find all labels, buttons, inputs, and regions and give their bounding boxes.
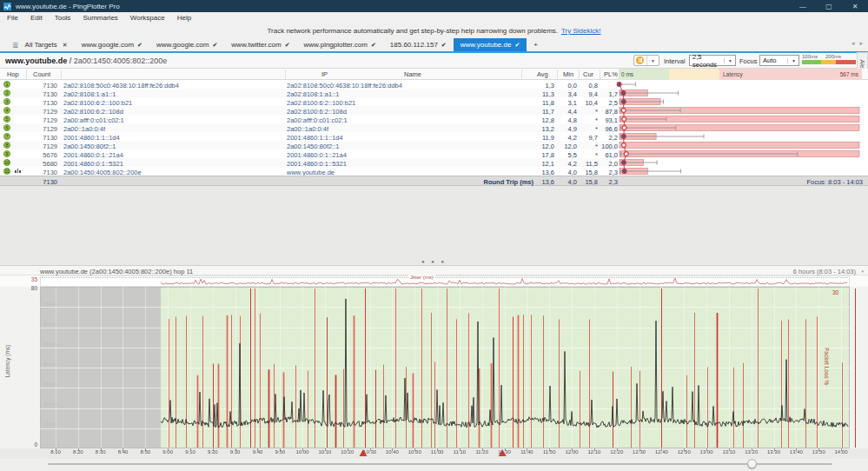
- timeline-scrollbar-handle[interactable]: [747, 459, 757, 468]
- x-tick-label: 10:40: [381, 449, 403, 454]
- x-tick-label: 9:00: [156, 449, 179, 454]
- col-avg[interactable]: Avg: [537, 70, 548, 78]
- x-tick-label: 13:20: [740, 449, 763, 454]
- promo-banner: Track network performance automatically …: [0, 23, 868, 38]
- add-target-button[interactable]: +: [527, 38, 545, 51]
- app-icon: [3, 3, 11, 10]
- col-name[interactable]: Name: [404, 70, 421, 78]
- timeline-canvas: [0, 274, 868, 459]
- col-min[interactable]: Min: [563, 70, 573, 78]
- menu-item-workspace[interactable]: Workspace: [130, 14, 165, 22]
- target-ip: 2a00:1450:4005:802::200e: [74, 56, 168, 65]
- pause-button-group[interactable]: ▼: [633, 55, 659, 66]
- scale-label-200ms: 200ms: [820, 54, 846, 59]
- focus-range-label: Focus: 8:03 - 14:03: [806, 178, 863, 186]
- timeline-scroll-zone: [0, 459, 868, 471]
- target-host: www.youtube.de: [5, 56, 67, 65]
- tab-target-0[interactable]: www.google.com✔: [75, 38, 149, 51]
- tab-all-targets[interactable]: ≣All Targets✕: [5, 38, 75, 51]
- x-tick-label: 9:40: [246, 449, 268, 454]
- tab-target-3[interactable]: www.pingplotter.com✔: [297, 38, 383, 51]
- menu-item-tools[interactable]: Tools: [55, 14, 71, 22]
- target-tab-bar: ≣All Targets✕www.google.com✔www.google.c…: [0, 38, 868, 51]
- chevron-down-icon: ▼: [787, 58, 796, 63]
- check-icon: ✔: [212, 42, 217, 49]
- interval-select[interactable]: 2,5 seconds▼: [689, 55, 736, 66]
- x-tick-label: 12:10: [583, 449, 606, 454]
- round-trip-count: 7130: [26, 178, 57, 186]
- x-tick-label: 8:30: [89, 449, 112, 454]
- tab-label: www.youtube.de: [461, 41, 512, 49]
- col-hop[interactable]: Hop: [7, 70, 19, 78]
- x-tick-label: 11:20: [471, 449, 494, 454]
- tab-label: All Targets: [25, 41, 57, 49]
- close-button[interactable]: ✕: [842, 0, 868, 12]
- x-tick-label: 12:20: [606, 449, 628, 454]
- x-tick-label: 8:40: [111, 449, 134, 454]
- round-trip-row: 7130 Round Trip (ms) 13,6 4,0 15,8 2,3 F…: [0, 176, 868, 186]
- maximize-button[interactable]: ▢: [816, 0, 842, 12]
- x-tick-label: 11:30: [494, 449, 516, 454]
- x-tick-label: 13:00: [695, 449, 718, 454]
- x-tick-label: 11:00: [426, 449, 448, 454]
- window-title: www.youtube.de - PingPlotter Pro: [16, 3, 120, 10]
- hop-latency-graph: [0, 80, 868, 176]
- x-tick-label: 11:40: [515, 449, 538, 454]
- tab-target-1[interactable]: www.google.com✔: [149, 38, 224, 51]
- latency-min-label: 0 ms: [621, 71, 633, 77]
- col-pl[interactable]: PL%: [604, 70, 618, 78]
- x-tick-label: 8:50: [134, 449, 156, 454]
- col-ip[interactable]: IP: [321, 70, 328, 78]
- tab-target-2[interactable]: www.twitter.com✔: [224, 38, 296, 51]
- x-tick-label: 11:10: [448, 449, 471, 454]
- x-tick-label: 14:00: [830, 449, 852, 454]
- tab-label: www.pingplotter.com: [304, 41, 368, 49]
- latency-scale-bar: [802, 60, 856, 64]
- x-tick-label: 8:10: [44, 449, 67, 454]
- check-icon: ✔: [285, 42, 290, 49]
- x-tick-label: 13:30: [763, 449, 785, 454]
- timeline-scrollbar-track[interactable]: [48, 463, 832, 465]
- tab-scroll-arrows[interactable]: ◂ ▸: [851, 40, 865, 47]
- minimize-button[interactable]: —: [790, 0, 816, 12]
- scale-label-100ms: 100ms: [797, 54, 823, 59]
- tab-label: www.google.com: [156, 41, 209, 49]
- x-axis: 8:108:208:308:408:509:009:109:209:309:40…: [0, 449, 868, 458]
- col-count[interactable]: Count: [33, 70, 50, 78]
- round-trip-pl: 2,3: [600, 178, 618, 186]
- tab-label: www.twitter.com: [231, 41, 281, 49]
- latency-column-header: 0 ms Latency 567 ms: [619, 69, 862, 80]
- round-trip-min: 4,0: [558, 178, 577, 186]
- focus-select[interactable]: Auto▼: [759, 55, 799, 66]
- close-icon[interactable]: ✕: [63, 42, 68, 49]
- round-trip-label: Round Trip (ms): [434, 178, 533, 186]
- x-tick-label: 12:30: [628, 449, 651, 454]
- latency-max-label: 567 ms: [840, 71, 858, 77]
- x-tick-label: 12:50: [673, 449, 695, 454]
- tab-target-5[interactable]: www.youtube.de✔: [454, 38, 527, 51]
- banner-text: Track network performance automatically …: [267, 27, 558, 35]
- try-sidekick-link[interactable]: Try Sidekick!: [561, 27, 601, 35]
- tab-label: 185.60.112.157: [390, 41, 438, 49]
- x-tick-label: 13:10: [718, 449, 740, 454]
- tab-target-4[interactable]: 185.60.112.157✔: [383, 38, 454, 51]
- menu-item-edit[interactable]: Edit: [30, 14, 43, 22]
- col-cur[interactable]: Cur: [583, 70, 593, 78]
- check-icon: ✔: [137, 42, 142, 49]
- menu-item-file[interactable]: File: [7, 14, 18, 22]
- title-bar[interactable]: www.youtube.de - PingPlotter Pro — ▢ ✕: [0, 0, 868, 12]
- menu-item-help[interactable]: Help: [177, 14, 191, 22]
- x-tick-label: 9:20: [202, 449, 224, 454]
- x-tick-label: 9:30: [224, 449, 247, 454]
- interval-label: Interval: [664, 57, 686, 65]
- menu-bar: FileEditToolsSummariesWorkspaceHelp: [0, 12, 868, 23]
- pause-dropdown-caret[interactable]: ▼: [647, 58, 659, 63]
- pause-icon[interactable]: [636, 56, 644, 64]
- x-tick-label: 10:10: [314, 449, 336, 454]
- latency-title: Latency: [723, 71, 743, 77]
- x-tick-label: 12:00: [560, 449, 583, 454]
- x-tick-label: 13:50: [807, 449, 830, 454]
- x-tick-label: 10:00: [291, 449, 314, 454]
- menu-item-summaries[interactable]: Summaries: [83, 14, 117, 22]
- x-tick-label: 11:50: [538, 449, 560, 454]
